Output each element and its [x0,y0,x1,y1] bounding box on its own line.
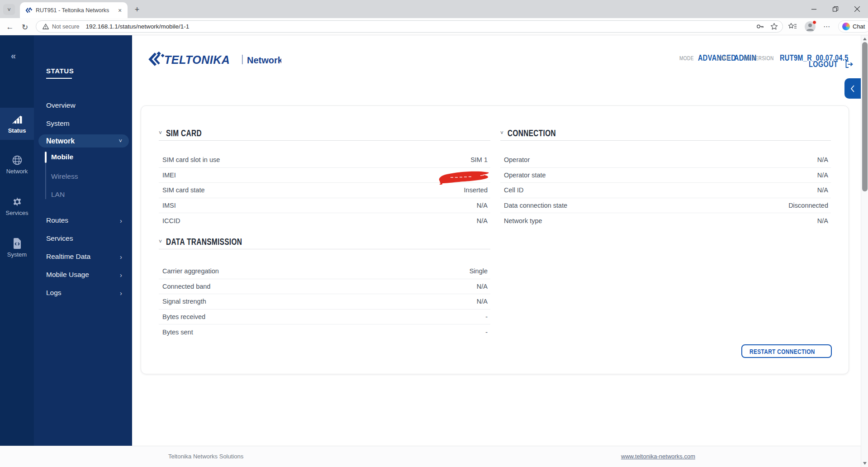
profile-avatar[interactable] [805,21,816,32]
section-collapse-icon[interactable]: ˅ [159,130,162,136]
address-bar[interactable]: Not secure 192.168.1.1/status/network/mo… [36,20,783,33]
sidebar-item-services[interactable]: Services [46,234,122,243]
table-row: Operator N/A [500,152,831,168]
logout-button[interactable]: LOGOUT [809,60,854,68]
teltonika-favicon-icon [25,7,32,14]
menu-dots-icon[interactable]: ⋯ [823,23,830,31]
rail-item-network[interactable]: Network [0,150,34,179]
row-value: N/A [817,156,828,163]
mode-label: MODE [679,55,694,61]
table-row: SIM card slot in use SIM 1 [159,152,490,168]
chevron-right-icon: › [120,217,122,224]
row-value: Single [470,267,488,275]
table-row: Bytes sent - [159,324,490,340]
refresh-icon: ↻ [22,23,28,32]
bookmark-star-icon[interactable] [770,23,778,30]
rail-item-services[interactable]: Services [0,191,34,220]
table-row: Data connection state Disconnected [500,198,831,214]
browser-tab[interactable]: RUT951 - Teltonika Networks × [20,2,128,18]
row-value: Inserted [464,186,488,194]
sidebar-item-network-expanded[interactable]: Network ˅ [38,134,129,148]
tab-close-icon[interactable]: × [116,6,124,14]
chevron-down-icon: ˅ [119,138,122,144]
row-label: Operator [504,156,530,163]
close-window-button[interactable] [846,0,868,18]
sidebar-item-mobile-usage[interactable]: Mobile Usage › [46,270,122,280]
row-label: Carrier aggregation [162,267,219,275]
tab-title: RUT951 - Teltonika Networks [36,7,116,14]
sidebar-item-system[interactable]: System [46,119,122,129]
table-row: Carrier aggregation Single [159,264,490,279]
sidebar-item-label: Realtime Data [46,253,90,261]
globe-icon [12,154,23,166]
password-key-icon[interactable] [756,23,764,30]
rail-item-status[interactable]: Status [0,108,34,140]
chevron-right-icon: › [120,253,122,261]
url-text[interactable]: 192.168.1.1/status/network/mobile/1-1 [85,23,756,30]
row-label: Bytes sent [162,329,193,336]
sidebar-collapse-button[interactable]: « [11,51,16,61]
rail-item-label: System [7,251,27,258]
restart-connection-button[interactable]: RESTART CONNECTION [741,344,832,358]
sidebar-item-label: Logs [46,289,62,297]
section-collapse-icon[interactable]: ˅ [159,238,162,245]
row-value: N/A [477,217,488,224]
sidebar-item-label: Mobile Usage [46,271,89,279]
row-label: Network type [504,217,542,224]
security-label[interactable]: Not secure [52,24,79,30]
sidebar-item-logs[interactable]: Logs › [46,288,122,298]
sidebar-item-overview[interactable]: Overview [46,100,122,110]
table-row: Signal strength N/A [159,294,490,310]
sidebar-item-routes[interactable]: Routes › [46,215,122,225]
sidebar-item-mobile[interactable]: Mobile [51,153,119,163]
rail-item-label: Network [6,168,28,175]
table-row: Bytes received - [159,310,490,325]
sidebar-heading: STATUS [46,67,74,79]
sidebar: STATUS Overview System Network ˅ Mobile … [34,35,132,446]
table-row: ICCID N/A [159,213,490,229]
sidebar-item-wireless[interactable]: Wireless [51,172,119,182]
page-footer: Teltonika Networks Solutions www.teltoni… [0,446,868,467]
rail-item-system[interactable]: System [0,233,34,262]
copilot-icon [842,23,850,30]
logout-label: LOGOUT [809,59,838,69]
logout-icon [845,60,854,68]
file-code-icon [13,238,22,249]
restart-connection-label: RESTART CONNECTION [749,348,815,355]
restore-icon [833,6,838,12]
tab-search-button[interactable]: ˅ [3,4,15,15]
row-label: Data connection state [504,202,567,209]
sidebar-item-lan[interactable]: LAN [51,191,119,200]
back-button[interactable]: ← [5,22,15,33]
refresh-button[interactable]: ↻ [19,22,30,33]
scroll-up-arrow-icon[interactable] [863,38,867,40]
svg-text:TELTONIKA: TELTONIKA [164,53,230,66]
new-tab-button[interactable]: + [132,5,142,14]
row-value: N/A [817,217,828,224]
table-row: SIM card state Inserted [159,183,490,198]
section-collapse-icon[interactable]: ˅ [500,130,503,136]
row-value: N/A [477,202,488,209]
close-icon [854,6,860,12]
minimize-button[interactable] [803,0,825,18]
panel-toggle-tab[interactable] [844,78,861,99]
footer-text: Teltonika Networks Solutions [168,453,243,460]
sidebar-item-realtime-data[interactable]: Realtime Data › [46,252,122,262]
chevron-right-icon: › [120,271,122,279]
copilot-chat-button[interactable]: Chat [838,20,868,33]
favorites-bar-icon[interactable] [788,23,797,30]
row-value: SIM 1 [470,156,488,163]
chevron-down-icon: ˅ [7,6,11,13]
row-value: Disconnected [788,202,828,209]
row-label: ICCID [162,217,180,224]
table-row: Cell ID N/A [500,183,831,198]
svg-text:Networks: Networks [247,55,281,65]
page-scrollbar[interactable] [861,35,868,467]
row-value: - [485,313,488,320]
fw-version-label: FW VERSION [743,55,774,61]
scroll-down-arrow-icon[interactable] [863,462,867,465]
browser-window: ˅ RUT951 - Teltonika Networks × + [0,0,868,467]
restore-button[interactable] [825,0,846,18]
footer-link[interactable]: www.teltonika-networks.com [621,453,695,460]
scrollbar-thumb[interactable] [862,42,868,191]
